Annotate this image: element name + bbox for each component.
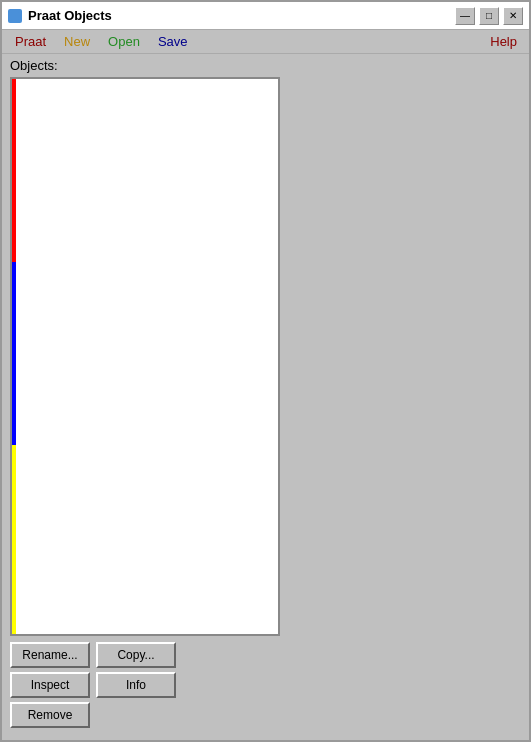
maximize-button[interactable]: □ — [479, 7, 499, 25]
color-strip — [12, 79, 16, 634]
main-window: Praat Objects — □ ✕ Praat New Open Save … — [0, 0, 531, 742]
menu-help[interactable]: Help — [482, 32, 525, 51]
close-button[interactable]: ✕ — [503, 7, 523, 25]
button-row-3: Remove — [10, 702, 521, 728]
objects-list[interactable] — [10, 77, 280, 636]
menu-praat[interactable]: Praat — [6, 31, 55, 52]
button-row-1: Rename... Copy... — [10, 642, 521, 668]
title-bar-controls: — □ ✕ — [455, 7, 523, 25]
title-bar: Praat Objects — □ ✕ — [2, 2, 529, 30]
button-row-2: Inspect Info — [10, 672, 521, 698]
menu-bar: Praat New Open Save Help — [2, 30, 529, 54]
copy-button[interactable]: Copy... — [96, 642, 176, 668]
objects-label: Objects: — [2, 54, 529, 75]
menu-items: Praat New Open Save — [6, 31, 197, 52]
app-icon — [8, 9, 22, 23]
menu-save[interactable]: Save — [149, 31, 197, 52]
inspect-button[interactable]: Inspect — [10, 672, 90, 698]
bottom-area: Rename... Copy... Inspect Info Remove — [2, 636, 529, 740]
rename-button[interactable]: Rename... — [10, 642, 90, 668]
info-button[interactable]: Info — [96, 672, 176, 698]
menu-new[interactable]: New — [55, 31, 99, 52]
title-bar-left: Praat Objects — [8, 8, 112, 23]
remove-button[interactable]: Remove — [10, 702, 90, 728]
svg-rect-0 — [11, 12, 19, 20]
right-panel — [280, 77, 521, 636]
minimize-button[interactable]: — — [455, 7, 475, 25]
main-area — [2, 75, 529, 636]
menu-open[interactable]: Open — [99, 31, 149, 52]
window-title: Praat Objects — [28, 8, 112, 23]
